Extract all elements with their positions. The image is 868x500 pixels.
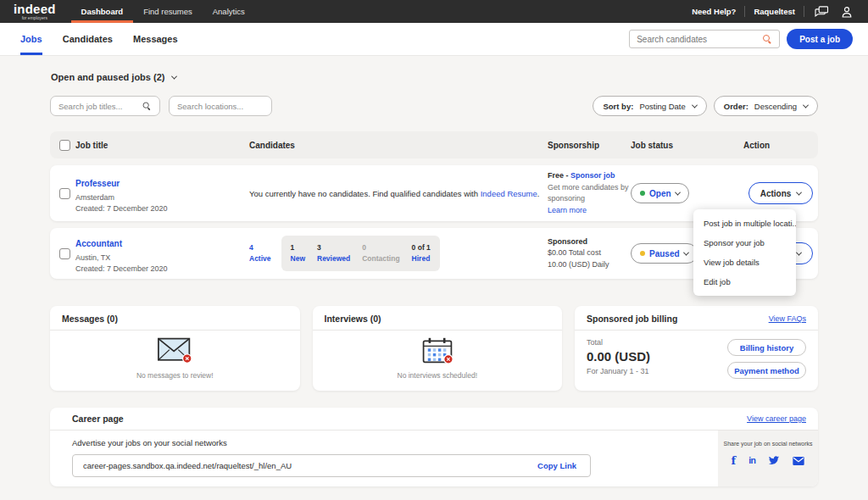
email-icon[interactable]	[793, 457, 804, 465]
career-url-input[interactable]	[83, 461, 526, 470]
billing-history-button[interactable]: Billing history	[727, 339, 806, 356]
social-share-panel: Share your job on social networks f in	[718, 431, 818, 486]
search-icon[interactable]	[763, 35, 772, 44]
top-bar: indeed for employers Dashboard Find resu…	[0, 0, 868, 23]
jobs-section-toggle[interactable]: Open and paused jobs (2)	[50, 72, 818, 82]
stat-new[interactable]: 1 New	[291, 242, 305, 264]
profile-icon[interactable]	[839, 6, 854, 18]
order-label: Order:	[724, 102, 748, 111]
open-status-dot	[640, 191, 645, 196]
twitter-icon[interactable]	[768, 456, 780, 465]
indeed-logo-text: indeed	[14, 3, 56, 15]
view-career-page-link[interactable]: View career page	[747, 414, 806, 423]
topnav-analytics[interactable]: Analytics	[203, 0, 255, 23]
sponsorship-type: Sponsored	[548, 236, 631, 248]
job-location: Austin, TX	[75, 253, 249, 264]
search-job-titles-input[interactable]	[58, 102, 137, 111]
menu-item-edit-job[interactable]: Edit job	[693, 272, 796, 292]
messages-empty-text: No messages to review!	[136, 371, 214, 380]
billing-total-value: 0.00 (USD)	[587, 349, 650, 364]
account-name-link[interactable]: Raqueltest	[754, 7, 795, 16]
sponsorship-total-cost: $0.00 Total cost	[548, 247, 631, 259]
job-status-label: Paused	[649, 249, 680, 258]
sub-nav: Jobs Candidates Messages Post a job	[0, 23, 868, 55]
billing-period: For January 1 - 31	[587, 367, 650, 375]
header-candidates: Candidates	[249, 141, 548, 150]
order-select[interactable]: Order: Descending	[714, 96, 818, 116]
job-title-link[interactable]: Accountant	[75, 239, 122, 248]
job-status-button[interactable]: Open	[631, 183, 689, 203]
header-job-title: Job title	[75, 141, 249, 150]
stat-hired-label: Hired	[412, 253, 431, 264]
stat-hired[interactable]: 0 of 1 Hired	[412, 242, 431, 264]
job-status-label: Open	[649, 189, 671, 198]
actions-dropdown-menu: Post job in multiple locati... Sponsor y…	[693, 209, 796, 296]
stat-contacting: 0 Contacting	[362, 242, 399, 264]
tab-messages[interactable]: Messages	[133, 23, 178, 55]
stat-contacting-value: 0	[362, 242, 399, 253]
tab-candidates[interactable]: Candidates	[63, 23, 113, 55]
sponsorship-description: Get more candidates by sponsoring	[548, 182, 631, 205]
job-title-link[interactable]: Professeur	[75, 179, 120, 188]
search-icon	[143, 102, 152, 110]
chevron-down-icon	[803, 102, 809, 108]
header-action: Action	[743, 141, 818, 150]
no-candidates-message: You currently have no candidates. Find q…	[249, 189, 548, 198]
order-value: Descending	[754, 102, 797, 111]
learn-more-link[interactable]: Learn more	[548, 206, 587, 214]
chevron-down-icon	[796, 189, 802, 195]
billing-card-title: Sponsored job billing	[587, 314, 677, 324]
career-url-box: Copy Link	[72, 454, 591, 477]
menu-item-view-job-details[interactable]: View job details	[693, 253, 796, 272]
jobs-section-title: Open and paused jobs (2)	[51, 72, 164, 82]
search-locations-box	[169, 96, 272, 116]
chevron-down-icon	[796, 249, 802, 255]
billing-card: Sponsored job billing View FAQs Total 0.…	[575, 306, 818, 391]
indeed-logo[interactable]: indeed for employers	[0, 0, 71, 23]
active-value: 4	[249, 242, 271, 253]
share-label: Share your job on social networks	[723, 441, 812, 447]
active-candidates-stat[interactable]: 4 Active	[249, 242, 271, 264]
career-page-title: Career page	[72, 414, 124, 424]
search-candidates-input[interactable]	[637, 35, 763, 44]
facebook-icon[interactable]: f	[732, 455, 737, 466]
advertise-text: Advertise your jobs on your social netwo…	[72, 438, 701, 447]
sort-controls: Sort by: Posting Date Order: Descending	[593, 96, 818, 116]
job-status-button[interactable]: Paused	[631, 243, 698, 264]
active-label: Active	[249, 253, 271, 264]
view-faqs-link[interactable]: View FAQs	[769, 314, 806, 323]
no-candidates-text: You currently have no candidates. Find q…	[249, 189, 481, 198]
topnav-find-resumes[interactable]: Find resumes	[133, 0, 203, 23]
subnav-right: Post a job	[629, 23, 853, 55]
indeed-logo-tagline: for employers	[14, 16, 56, 20]
actions-button[interactable]: Actions	[748, 182, 814, 204]
menu-item-post-multiple-locations[interactable]: Post job in multiple locati...	[693, 214, 796, 233]
topbar-right: Need Help? Raqueltest	[692, 0, 868, 23]
copy-link-button[interactable]: Copy Link	[526, 461, 588, 470]
topnav-dashboard[interactable]: Dashboard	[71, 0, 134, 23]
job-created-date: Created: 7 December 2020	[75, 264, 249, 275]
search-job-titles-box	[50, 96, 160, 116]
tab-jobs[interactable]: Jobs	[20, 23, 42, 55]
sponsor-job-link[interactable]: Sponsor job	[570, 171, 615, 180]
need-help-link[interactable]: Need Help?	[692, 7, 736, 16]
calendar-icon	[421, 336, 453, 368]
menu-item-sponsor-your-job[interactable]: Sponsor your job	[693, 233, 796, 253]
messages-card-title: Messages (0)	[62, 314, 118, 324]
job-created-date: Created: 7 December 2020	[75, 203, 249, 214]
chevron-down-icon	[171, 73, 177, 79]
sort-by-select[interactable]: Sort by: Posting Date	[593, 96, 706, 116]
select-all-checkbox[interactable]	[59, 140, 70, 151]
payment-method-button[interactable]: Payment method	[727, 362, 806, 379]
row-checkbox[interactable]	[59, 188, 70, 199]
row-checkbox[interactable]	[59, 248, 70, 259]
chevron-down-icon	[675, 189, 681, 195]
linkedin-icon[interactable]: in	[748, 456, 755, 465]
post-a-job-button[interactable]: Post a job	[787, 29, 853, 49]
search-locations-input[interactable]	[177, 102, 264, 111]
stat-reviewed[interactable]: 3 Reviewed	[317, 242, 350, 264]
stat-reviewed-value: 3	[317, 242, 350, 253]
interviews-empty-text: No interviews scheduled!	[398, 371, 478, 380]
indeed-resume-link[interactable]: Indeed Resume	[481, 189, 537, 198]
chat-icon[interactable]	[813, 6, 831, 18]
